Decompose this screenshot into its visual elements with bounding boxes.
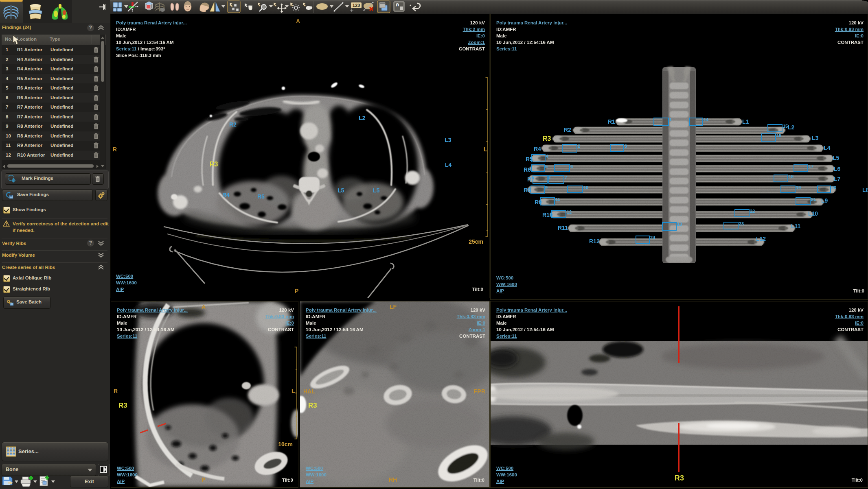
svg-text:123: 123 [353, 3, 360, 8]
svg-text:i: i [397, 3, 398, 7]
